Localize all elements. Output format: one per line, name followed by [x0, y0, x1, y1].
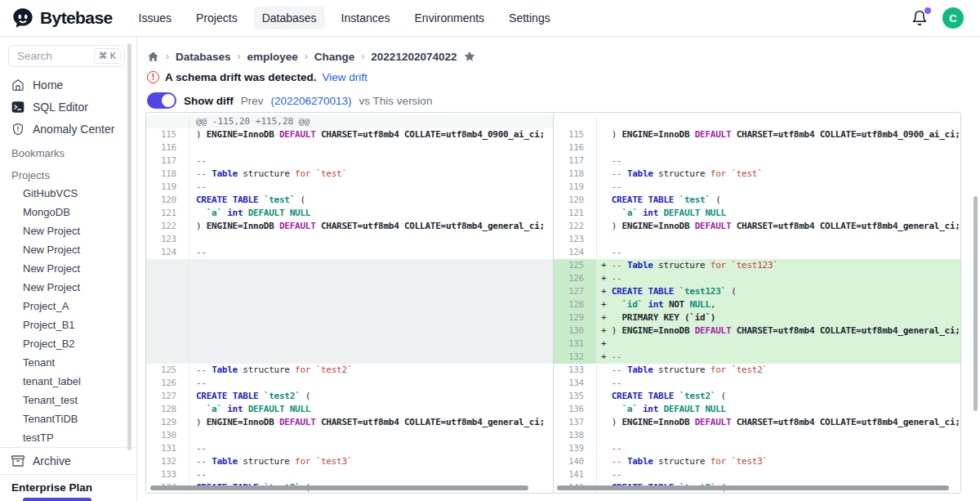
code-token: `test` — [264, 195, 295, 205]
sidebar-project-item[interactable]: New Project — [0, 259, 136, 278]
search-box[interactable]: ⌘ K — [8, 45, 125, 67]
show-diff-toggle[interactable] — [147, 92, 176, 109]
sidebar-project-item[interactable]: Tenant — [0, 353, 136, 372]
code-text: + — [597, 338, 960, 351]
vs-label: vs This version — [359, 95, 433, 107]
sidebar-project-item[interactable]: tenant_label — [0, 372, 136, 391]
code-token: -- — [196, 168, 212, 179]
view-drift-link[interactable]: View drift — [323, 71, 368, 83]
breadcrumb-separator: › — [361, 51, 364, 62]
code-token: Table — [212, 456, 238, 467]
code-token: COLLATE=utf8mb4_general_ci; — [820, 221, 960, 231]
breadcrumb-home-icon[interactable] — [147, 51, 159, 63]
code-token: `a` — [622, 208, 638, 218]
nav-item-instances[interactable]: Instances — [333, 7, 399, 29]
avatar[interactable]: C — [942, 7, 964, 29]
sidebar-item-sql-editor[interactable]: SQL Editor — [0, 96, 136, 118]
breadcrumb-item[interactable]: Change — [314, 51, 355, 63]
code-token: `test2` — [679, 391, 716, 401]
code-token: TABLE — [648, 195, 674, 205]
code-token: ENGINE=InnoDB — [622, 221, 690, 231]
sidebar-project-item[interactable]: TenantTiDB — [0, 409, 136, 428]
breadcrumb-item[interactable]: Databases — [176, 51, 231, 63]
line-number — [146, 338, 189, 351]
code-text — [189, 338, 553, 351]
line-number — [146, 115, 189, 128]
bytebase-logo[interactable]: Bytebase — [11, 7, 113, 29]
sidebar-project-item[interactable]: Project_A — [0, 297, 136, 315]
line-number: 137 — [554, 416, 597, 429]
code-token: -- — [612, 273, 622, 284]
code-text — [597, 429, 960, 442]
horizontal-scrollbar-left[interactable] — [150, 485, 528, 490]
breadcrumb-item[interactable]: employee — [247, 51, 298, 63]
top-navbar: Bytebase IssuesProjectsDatabasesInstance… — [0, 0, 980, 37]
prev-version-link[interactable]: (202206270013) — [271, 95, 352, 107]
code-token: DEFAULT — [695, 221, 732, 231]
code-text — [189, 429, 553, 442]
code-token: Table — [627, 168, 653, 179]
sidebar-item-archive[interactable]: Archive — [0, 447, 136, 474]
code-token: for — [295, 456, 310, 467]
line-number: 115 — [554, 128, 597, 141]
code-token: -- — [196, 155, 207, 166]
nav-item-databases[interactable]: Databases — [254, 7, 325, 29]
sidebar-item-home[interactable]: Home — [0, 74, 136, 96]
code-token: DEFAULT NULL — [664, 404, 726, 414]
code-token: DEFAULT — [279, 417, 316, 427]
line-number: 132 — [554, 351, 597, 364]
nav-item-issues[interactable]: Issues — [131, 7, 180, 29]
nav-item-projects[interactable]: Projects — [188, 7, 246, 29]
code-token: COLLATE=utf8mb4_0900_ai_ci; — [404, 129, 545, 140]
code-token: TABLE — [233, 195, 259, 205]
sidebar-project-item[interactable]: testTP — [0, 428, 136, 447]
line-number: 117 — [146, 154, 189, 168]
search-input[interactable] — [16, 49, 79, 63]
bookmarks-section-label: Bookmarks — [0, 140, 136, 162]
sidebar-project-item[interactable]: New Project — [0, 240, 136, 259]
code-token: structure — [653, 365, 710, 375]
sidebar-project-item[interactable]: Project_B2 — [0, 334, 136, 353]
line-number: 134 — [554, 377, 597, 390]
code-token: for — [710, 456, 726, 467]
code-token: + — [601, 260, 612, 271]
sidebar-project-item[interactable]: GitHubVCS — [0, 184, 136, 203]
code-token: + — [601, 312, 612, 323]
diff-placeholder-row — [146, 338, 553, 351]
code-text: ) ENGINE=InnoDB DEFAULT CHARSET=utf8mb4 … — [189, 128, 553, 141]
diff-placeholder-row — [146, 285, 553, 298]
diff-rows-right: 115 ) ENGINE=InnoDB DEFAULT CHARSET=utf8… — [554, 115, 960, 494]
code-token — [601, 208, 612, 218]
code-text — [189, 324, 553, 338]
code-token: DEFAULT — [695, 325, 732, 336]
line-number: 131 — [146, 442, 189, 455]
sidebar-scrollbar[interactable] — [127, 43, 131, 450]
nav-item-settings[interactable]: Settings — [501, 7, 559, 29]
diff-added-line: 131+ — [554, 338, 960, 351]
notifications-button[interactable] — [911, 10, 928, 26]
code-token: `test2` — [264, 391, 301, 401]
sidebar-project-item[interactable]: MongoDB — [0, 203, 136, 221]
code-token — [601, 221, 612, 231]
code-token: + — [601, 273, 612, 284]
code-token — [196, 404, 207, 414]
code-token: -- — [196, 181, 207, 192]
line-number: 122 — [146, 220, 189, 233]
code-token: DEFAULT — [695, 417, 732, 427]
bookmark-star-icon[interactable] — [463, 50, 476, 63]
sidebar-project-item[interactable]: Project_B1 — [0, 315, 136, 334]
page-vertical-scrollbar[interactable] — [973, 196, 978, 411]
diff-placeholder-row — [146, 272, 553, 285]
sidebar-project-item[interactable]: Tenant_test — [0, 391, 136, 409]
diff-line: 135 CREATE TABLE `test2` ( — [554, 390, 960, 403]
nav-item-environments[interactable]: Environments — [407, 7, 493, 29]
sidebar-project-item[interactable]: New Project — [0, 278, 136, 297]
breadcrumb-item[interactable]: 20221202074022 — [371, 51, 457, 63]
horizontal-scrollbar-right[interactable] — [557, 485, 949, 490]
diff-pane-right: 115 ) ENGINE=InnoDB DEFAULT CHARSET=utf8… — [554, 113, 960, 493]
sidebar-item-anomaly-center[interactable]: Anomaly Center — [0, 118, 136, 140]
line-number: 123 — [146, 233, 189, 246]
line-number: 117 — [554, 154, 597, 168]
trial-button-peek[interactable] — [23, 498, 91, 501]
sidebar-project-item[interactable]: New Project — [0, 221, 136, 240]
